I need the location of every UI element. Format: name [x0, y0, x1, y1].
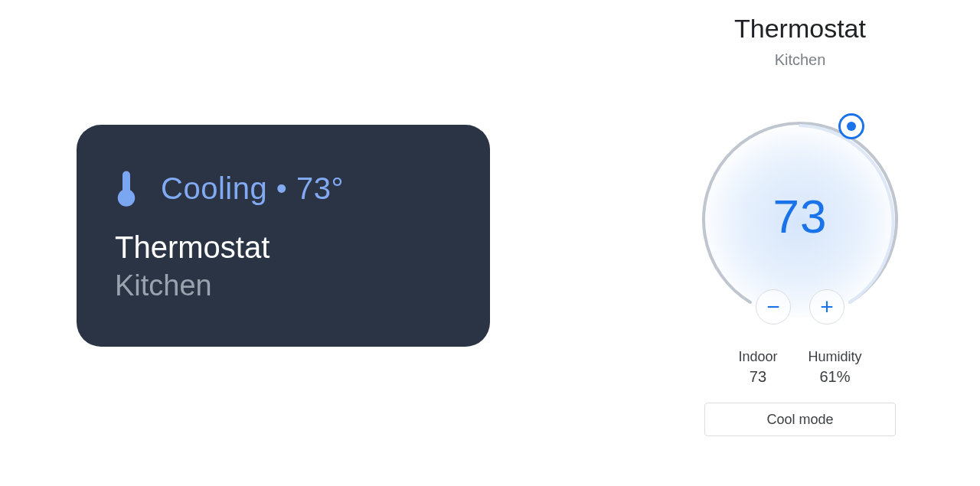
temperature-dial[interactable]: 73 − +	[685, 107, 915, 337]
thermometer-icon	[115, 169, 138, 207]
readings-row: Indoor 73 Humidity 61%	[738, 349, 861, 386]
card-status-row: Cooling • 73°	[115, 169, 459, 207]
detail-room: Kitchen	[775, 51, 826, 69]
humidity-label: Humidity	[808, 349, 862, 365]
setpoint-value: 73	[773, 189, 828, 243]
mode-select-button[interactable]: Cool mode	[704, 403, 896, 436]
status-mode: Cooling	[161, 171, 267, 205]
increase-temp-button[interactable]: +	[809, 289, 844, 325]
card-device-name: Thermostat	[115, 230, 459, 265]
indoor-value: 73	[738, 368, 777, 386]
indoor-reading: Indoor 73	[738, 349, 777, 386]
humidity-value: 61%	[808, 368, 862, 386]
humidity-reading: Humidity 61%	[808, 349, 862, 386]
decrease-temp-button[interactable]: −	[756, 289, 791, 325]
status-separator: •	[267, 171, 296, 205]
card-meta: Thermostat Kitchen	[115, 230, 459, 302]
dial-handle[interactable]	[838, 113, 864, 139]
status-setpoint: 73°	[296, 171, 344, 205]
indoor-label: Indoor	[738, 349, 777, 365]
thermostat-detail-panel: Thermostat Kitchen 73 − + Indoor 73 Humi…	[666, 0, 934, 486]
card-device-room: Kitchen	[115, 269, 459, 302]
detail-title: Thermostat	[734, 14, 866, 44]
card-status-text: Cooling • 73°	[161, 171, 344, 206]
svg-point-1	[118, 189, 136, 207]
thermostat-summary-card[interactable]: Cooling • 73° Thermostat Kitchen	[77, 125, 490, 347]
temperature-adjust-buttons: − +	[756, 289, 844, 325]
